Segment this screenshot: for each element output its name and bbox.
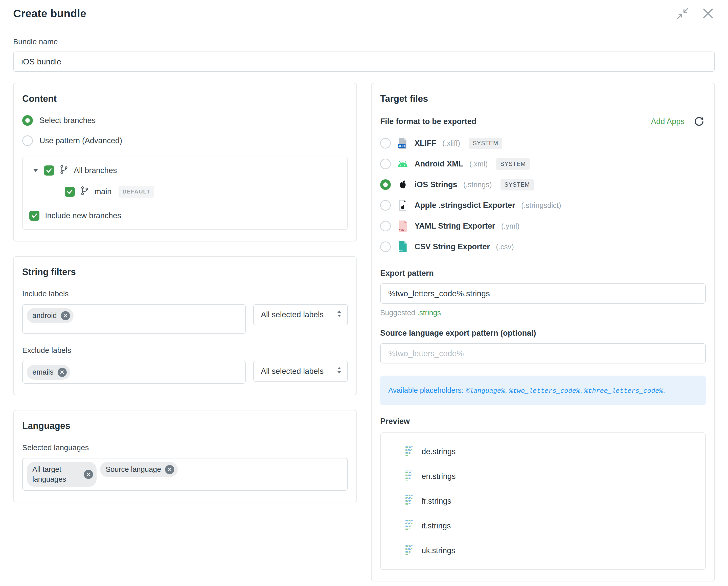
svg-text:XLIFF: XLIFF xyxy=(398,145,406,148)
placeholder-code: %three_letters_code% xyxy=(584,387,663,395)
refresh-icon[interactable] xyxy=(692,115,706,128)
content-heading: Content xyxy=(22,94,348,104)
include-labels-input[interactable]: android xyxy=(22,304,246,334)
preview-file-name: fr.strings xyxy=(422,497,451,506)
remove-icon[interactable] xyxy=(165,465,174,474)
caret-down-icon[interactable] xyxy=(33,169,38,172)
string-filters-heading: String filters xyxy=(22,267,348,277)
strings-file-icon xyxy=(405,519,415,532)
close-icon[interactable] xyxy=(701,6,715,20)
sort-icon xyxy=(337,367,342,376)
suggested-strings-link[interactable]: .strings xyxy=(417,309,441,317)
file-format-label: File format to be exported xyxy=(380,117,476,126)
format-option-xliff[interactable]: XLIFF XLIFF (.xliff) SYSTEM xyxy=(380,133,706,154)
dialog-body: Bundle name Content Select branches Use … xyxy=(0,27,728,582)
checkbox-main[interactable] xyxy=(65,187,75,197)
remove-icon[interactable] xyxy=(61,311,70,320)
selected-languages-input[interactable]: All target languages Source language xyxy=(22,458,348,491)
tree-label: All branches xyxy=(74,166,117,175)
format-header: File format to be exported Add Apps xyxy=(380,115,706,128)
radio-icon[interactable] xyxy=(380,138,391,149)
remove-icon[interactable] xyxy=(58,368,67,377)
format-option-ios-strings[interactable]: iOS Strings (.strings) SYSTEM xyxy=(380,174,706,195)
exclude-labels-input[interactable]: emails xyxy=(22,361,246,384)
add-apps-button[interactable]: Add Apps xyxy=(651,117,684,126)
label-chip: emails xyxy=(27,365,70,380)
format-option-csv[interactable]: csv CSV String Exporter (.csv) xyxy=(380,236,706,257)
strings-file-icon xyxy=(405,470,415,483)
strings-file-icon xyxy=(405,445,415,458)
add-apps-wrap: Add Apps xyxy=(651,115,706,128)
include-new-label: Include new branches xyxy=(45,211,121,220)
dropdown-value: All selected labels xyxy=(261,367,324,376)
chip-text: Source language xyxy=(106,464,161,474)
checkbox-include-new[interactable] xyxy=(29,211,40,221)
radio-select-branches[interactable]: Select branches xyxy=(22,115,348,126)
include-labels-label: Include labels xyxy=(22,290,348,298)
sort-icon xyxy=(337,310,342,320)
system-badge: SYSTEM xyxy=(496,158,530,170)
radio-icon[interactable] xyxy=(22,115,33,126)
selected-languages-label: Selected languages xyxy=(22,443,348,452)
xliff-file-icon: XLIFF xyxy=(397,137,408,149)
radio-icon[interactable] xyxy=(380,241,391,252)
dropdown-value: All selected labels xyxy=(261,310,324,319)
suggested-label: Suggested xyxy=(380,309,415,317)
format-option-yaml[interactable]: YML YAML String Exporter (.yml) xyxy=(380,216,706,236)
string-filters-card: String filters Include labels android xyxy=(13,256,357,395)
include-labels-row: android All selected labels xyxy=(22,304,348,334)
branches-tree: All branches xyxy=(22,157,348,230)
tree-row-all-branches[interactable]: All branches xyxy=(33,165,341,176)
branch-icon xyxy=(80,186,89,197)
preview-file-row: de.strings xyxy=(391,445,695,458)
strings-file-icon xyxy=(405,544,415,557)
create-bundle-dialog: Create bundle Bundle name xyxy=(0,0,728,586)
radio-label: Use pattern (Advanced) xyxy=(40,136,122,145)
languages-heading: Languages xyxy=(22,421,348,431)
branch-icon xyxy=(60,165,68,176)
collapse-icon[interactable] xyxy=(675,6,690,21)
export-pattern-label: Export pattern xyxy=(380,269,706,278)
preview-file-name: it.strings xyxy=(422,521,451,530)
default-badge: DEFAULT xyxy=(119,186,154,197)
preview-file-row: it.strings xyxy=(391,519,695,532)
radio-icon[interactable] xyxy=(380,159,391,169)
system-badge: SYSTEM xyxy=(469,138,502,149)
suggested-line: Suggested .strings xyxy=(380,309,706,317)
left-column: Content Select branches Use pattern (Adv… xyxy=(13,83,357,502)
selected-languages-row: All target languages Source language xyxy=(22,458,348,491)
source-pattern-input[interactable] xyxy=(380,343,706,364)
chip-text: android xyxy=(32,311,57,321)
yaml-file-icon: YML xyxy=(397,220,408,232)
preview-file-name: de.strings xyxy=(422,447,455,456)
source-pattern-label: Source language export pattern (optional… xyxy=(380,329,706,338)
preview-box: de.strings xyxy=(380,432,706,570)
radio-icon[interactable] xyxy=(22,135,33,146)
bundle-name-input[interactable] xyxy=(13,52,715,72)
preview-file-name: en.strings xyxy=(422,472,455,481)
include-labels-dropdown[interactable]: All selected labels xyxy=(253,304,348,325)
checkbox-all-branches[interactable] xyxy=(44,165,54,176)
android-icon xyxy=(397,160,408,168)
radio-use-pattern[interactable]: Use pattern (Advanced) xyxy=(22,135,348,146)
preview-file-name: uk.strings xyxy=(422,546,455,555)
header-icons xyxy=(675,6,715,21)
remove-icon[interactable] xyxy=(84,470,93,479)
label-chip: android xyxy=(27,308,74,323)
include-new-branches-row[interactable]: Include new branches xyxy=(29,211,341,221)
export-pattern-input[interactable] xyxy=(380,284,706,303)
format-option-android-xml[interactable]: Android XML (.xml) SYSTEM xyxy=(380,154,706,174)
radio-icon[interactable] xyxy=(380,179,391,190)
strings-file-icon xyxy=(405,495,415,508)
placeholder-code: %two_letters_code% xyxy=(509,387,580,395)
radio-icon[interactable] xyxy=(380,200,391,211)
svg-text:csv: csv xyxy=(399,249,403,252)
csv-file-icon: csv xyxy=(397,241,408,253)
radio-icon[interactable] xyxy=(380,221,391,231)
exclude-labels-dropdown[interactable]: All selected labels xyxy=(253,361,348,382)
format-option-stringsdict[interactable]: Apple .stringsdict Exporter (.stringsdic… xyxy=(380,195,706,216)
languages-card: Languages Selected languages All target … xyxy=(13,410,357,502)
tree-row-main[interactable]: main DEFAULT xyxy=(65,186,341,197)
svg-text:YML: YML xyxy=(399,228,404,231)
format-list: XLIFF XLIFF (.xliff) SYSTEM xyxy=(380,133,706,257)
